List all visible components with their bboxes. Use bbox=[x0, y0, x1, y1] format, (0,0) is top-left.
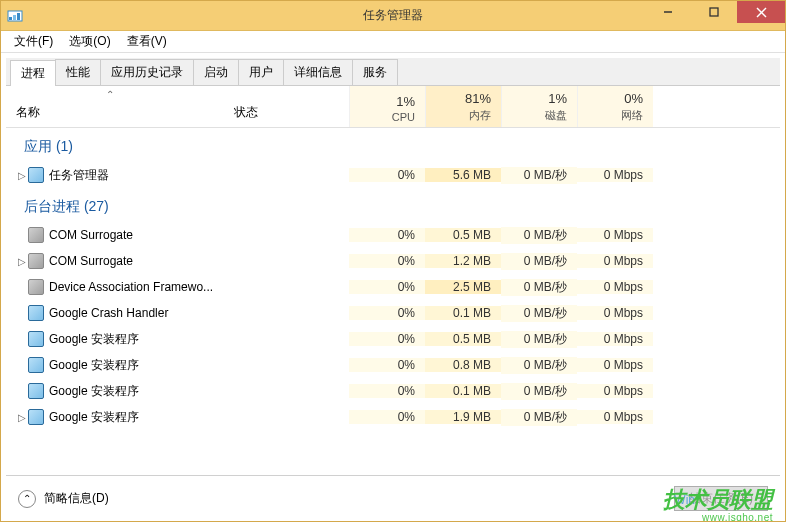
cell-cpu: 0% bbox=[349, 168, 425, 182]
cell-disk: 0 MB/秒 bbox=[501, 357, 577, 374]
window-controls bbox=[645, 1, 785, 23]
process-name: COM Surrogate bbox=[49, 254, 133, 268]
tab-app-history[interactable]: 应用历史记录 bbox=[100, 59, 194, 85]
menu-view[interactable]: 查看(V) bbox=[119, 31, 175, 52]
col-header-name-label: 名称 bbox=[16, 104, 40, 121]
expand-icon[interactable] bbox=[16, 360, 28, 371]
col-header-disk[interactable]: 1% 磁盘 bbox=[501, 86, 577, 127]
expand-icon[interactable]: ▷ bbox=[16, 256, 28, 267]
col-header-memory[interactable]: 81% 内存 bbox=[425, 86, 501, 127]
brief-info-label[interactable]: 简略信息(D) bbox=[44, 490, 109, 507]
cell-network: 0 Mbps bbox=[577, 228, 653, 242]
col-header-status-label: 状态 bbox=[234, 104, 258, 121]
minimize-button[interactable] bbox=[645, 1, 691, 23]
memory-usage: 81% bbox=[465, 91, 491, 106]
table-row[interactable]: Google 安装程序0%0.8 MB0 MB/秒0 Mbps bbox=[6, 352, 780, 378]
cell-cpu: 0% bbox=[349, 254, 425, 268]
cpu-label: CPU bbox=[392, 111, 415, 123]
expand-icon[interactable] bbox=[16, 334, 28, 345]
col-header-name[interactable]: 名称 ⌃ bbox=[6, 86, 234, 127]
tab-services[interactable]: 服务 bbox=[352, 59, 398, 85]
process-icon bbox=[28, 331, 44, 347]
svg-rect-5 bbox=[710, 8, 718, 16]
process-icon bbox=[28, 279, 44, 295]
watermark-sub: www.jsgho.net bbox=[702, 512, 773, 522]
svg-rect-1 bbox=[9, 17, 12, 20]
group-apps[interactable]: 应用 (1) bbox=[6, 128, 780, 162]
cell-cpu: 0% bbox=[349, 228, 425, 242]
process-name: Google 安装程序 bbox=[49, 409, 139, 426]
col-header-status[interactable]: 状态 bbox=[234, 86, 349, 127]
table-row[interactable]: Google Crash Handler0%0.1 MB0 MB/秒0 Mbps bbox=[6, 300, 780, 326]
table-row[interactable]: Google 安装程序0%0.1 MB0 MB/秒0 Mbps bbox=[6, 378, 780, 404]
content-area: 名称 ⌃ 状态 1% CPU 81% 内存 1% 磁盘 0% 网络 应用 (1)… bbox=[6, 86, 780, 456]
table-row[interactable]: ▷任务管理器0%5.6 MB0 MB/秒0 Mbps bbox=[6, 162, 780, 188]
column-header-row: 名称 ⌃ 状态 1% CPU 81% 内存 1% 磁盘 0% 网络 bbox=[6, 86, 780, 128]
cell-disk: 0 MB/秒 bbox=[501, 253, 577, 270]
app-icon bbox=[7, 8, 23, 24]
expand-icon[interactable] bbox=[16, 308, 28, 319]
expand-icon[interactable]: ▷ bbox=[16, 170, 28, 181]
window-title: 任务管理器 bbox=[363, 7, 423, 24]
expand-icon[interactable] bbox=[16, 386, 28, 397]
cell-cpu: 0% bbox=[349, 332, 425, 346]
cell-disk: 0 MB/秒 bbox=[501, 227, 577, 244]
cpu-usage: 1% bbox=[396, 94, 415, 109]
tab-users[interactable]: 用户 bbox=[238, 59, 284, 85]
tab-processes[interactable]: 进程 bbox=[10, 60, 56, 86]
process-icon bbox=[28, 383, 44, 399]
collapse-icon[interactable]: ⌃ bbox=[18, 490, 36, 508]
cell-memory: 5.6 MB bbox=[425, 168, 501, 182]
table-row[interactable]: COM Surrogate0%0.5 MB0 MB/秒0 Mbps bbox=[6, 222, 780, 248]
cell-memory: 0.1 MB bbox=[425, 384, 501, 398]
process-name: Device Association Framewo... bbox=[49, 280, 213, 294]
memory-label: 内存 bbox=[469, 108, 491, 123]
expand-icon[interactable] bbox=[16, 282, 28, 293]
menu-file[interactable]: 文件(F) bbox=[6, 31, 61, 52]
tab-startup[interactable]: 启动 bbox=[193, 59, 239, 85]
cell-network: 0 Mbps bbox=[577, 410, 653, 424]
process-icon bbox=[28, 253, 44, 269]
expand-icon[interactable]: ▷ bbox=[16, 412, 28, 423]
close-button[interactable] bbox=[737, 1, 785, 23]
table-row[interactable]: ▷COM Surrogate0%1.2 MB0 MB/秒0 Mbps bbox=[6, 248, 780, 274]
col-header-cpu[interactable]: 1% CPU bbox=[349, 86, 425, 127]
process-icon bbox=[28, 409, 44, 425]
disk-label: 磁盘 bbox=[545, 108, 567, 123]
group-background[interactable]: 后台进程 (27) bbox=[6, 188, 780, 222]
process-name: Google 安装程序 bbox=[49, 357, 139, 374]
cell-cpu: 0% bbox=[349, 384, 425, 398]
svg-rect-2 bbox=[13, 15, 16, 20]
tab-bar: 进程 性能 应用历史记录 启动 用户 详细信息 服务 bbox=[6, 58, 780, 86]
table-row[interactable]: ▷Google 安装程序0%1.9 MB0 MB/秒0 Mbps bbox=[6, 404, 780, 430]
expand-icon[interactable] bbox=[16, 230, 28, 241]
col-header-network[interactable]: 0% 网络 bbox=[577, 86, 653, 127]
title-bar: 任务管理器 bbox=[1, 1, 785, 31]
cell-memory: 2.5 MB bbox=[425, 280, 501, 294]
cell-cpu: 0% bbox=[349, 306, 425, 320]
cell-network: 0 Mbps bbox=[577, 358, 653, 372]
process-list[interactable]: 应用 (1) ▷任务管理器0%5.6 MB0 MB/秒0 Mbps 后台进程 (… bbox=[6, 128, 780, 456]
cell-network: 0 Mbps bbox=[577, 332, 653, 346]
table-row[interactable]: Google 安装程序0%0.5 MB0 MB/秒0 Mbps bbox=[6, 326, 780, 352]
cell-network: 0 Mbps bbox=[577, 254, 653, 268]
cell-network: 0 Mbps bbox=[577, 306, 653, 320]
tab-details[interactable]: 详细信息 bbox=[283, 59, 353, 85]
cell-disk: 0 MB/秒 bbox=[501, 331, 577, 348]
cell-disk: 0 MB/秒 bbox=[501, 279, 577, 296]
process-icon bbox=[28, 227, 44, 243]
menu-options[interactable]: 选项(O) bbox=[61, 31, 118, 52]
cell-disk: 0 MB/秒 bbox=[501, 167, 577, 184]
menu-bar: 文件(F) 选项(O) 查看(V) bbox=[1, 31, 785, 53]
network-label: 网络 bbox=[621, 108, 643, 123]
cell-memory: 0.5 MB bbox=[425, 332, 501, 346]
tab-performance[interactable]: 性能 bbox=[55, 59, 101, 85]
process-icon bbox=[28, 305, 44, 321]
process-icon bbox=[28, 167, 44, 183]
cell-memory: 1.2 MB bbox=[425, 254, 501, 268]
cell-disk: 0 MB/秒 bbox=[501, 409, 577, 426]
maximize-button[interactable] bbox=[691, 1, 737, 23]
table-row[interactable]: Device Association Framewo...0%2.5 MB0 M… bbox=[6, 274, 780, 300]
process-name: Google Crash Handler bbox=[49, 306, 168, 320]
process-name: COM Surrogate bbox=[49, 228, 133, 242]
